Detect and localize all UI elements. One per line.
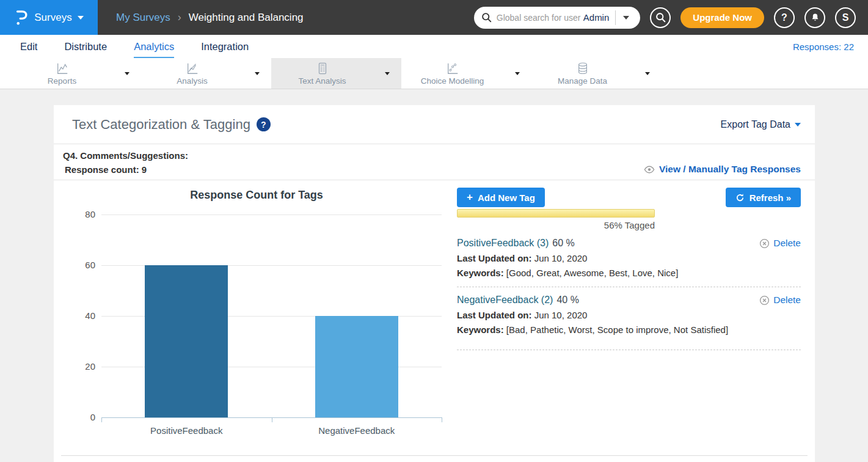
tab-reports[interactable]: Reports	[11, 58, 113, 89]
tab-manage-data-dropdown[interactable]	[633, 58, 662, 89]
refresh-label: Refresh »	[749, 193, 791, 203]
keywords-value: [Bad, Pathetic, Worst, Scope to improve,…	[504, 324, 728, 335]
responses-count[interactable]: Responses: 22	[793, 42, 854, 52]
keywords-label: Keywords:	[457, 268, 504, 278]
tag-item-positive-feedback: PositiveFeedback (3) 60 % Delete Last Up…	[457, 238, 801, 287]
chevron-down-icon	[78, 16, 84, 20]
tab-manage-data[interactable]: Manage Data	[531, 58, 633, 89]
panel-content: Response Count for Tags 020406080Positiv…	[54, 180, 815, 452]
tab-choice-modelling-dropdown[interactable]	[503, 58, 531, 89]
help-question-icon: ?	[781, 12, 787, 23]
x-axis-tick	[272, 417, 272, 422]
notifications-button[interactable]	[804, 7, 825, 28]
last-updated-label: Last Updated on:	[457, 253, 532, 263]
tag-last-updated: Last Updated on: Jun 10, 2020	[457, 310, 801, 320]
x-axis-tick	[442, 417, 442, 422]
tab-analysis-dropdown[interactable]	[243, 58, 271, 89]
tab-group-analysis: Analysis	[141, 58, 271, 89]
global-search: Admin	[474, 7, 641, 29]
last-updated-value: Jun 10, 2020	[532, 253, 588, 263]
view-manually-tag-label: View / Manually Tag Responses	[659, 164, 801, 175]
tag-name-link[interactable]: PositiveFeedback (3)	[457, 238, 549, 249]
divider	[61, 455, 808, 456]
search-input[interactable]	[497, 13, 581, 23]
delete-tag-button[interactable]: Delete	[759, 295, 801, 306]
x-axis-category-label: NegativeFeedback	[272, 425, 442, 436]
upgrade-now-label: Upgrade Now	[693, 12, 752, 23]
x-axis-tick	[101, 417, 102, 422]
tab-text-analysis[interactable]: Text Analysis	[271, 58, 373, 89]
divider	[457, 287, 801, 287]
help-button[interactable]: ?	[774, 7, 795, 28]
y-axis-tick-label: 20	[61, 361, 95, 372]
add-new-tag-button[interactable]: + Add New Tag	[457, 188, 545, 207]
search-scope-admin[interactable]: Admin	[581, 12, 616, 23]
chart-gridline	[101, 215, 442, 215]
delete-label: Delete	[773, 238, 801, 249]
text-categorization-panel: Text Categorization & Tagging ? Export T…	[54, 105, 815, 462]
plus-icon: +	[467, 191, 473, 204]
tag-percent: 40 %	[556, 295, 578, 306]
delete-tag-button[interactable]: Delete	[759, 238, 801, 249]
y-axis-tick-label: 0	[61, 412, 95, 422]
tags-panel: + Add New Tag Refresh » 56% Tagged Posit…	[455, 180, 815, 452]
nav-item-integration[interactable]: Integration	[201, 35, 249, 58]
eye-icon	[644, 166, 655, 174]
export-tag-data-dropdown[interactable]: Export Tag Data	[721, 119, 801, 130]
tag-name-link[interactable]: NegativeFeedback (2)	[457, 295, 553, 306]
tab-choice-modelling[interactable]: Choice Modelling	[401, 58, 503, 89]
tagged-progress-bar	[457, 209, 655, 218]
tagged-progress-label: 56% Tagged	[457, 220, 655, 230]
add-new-tag-label: Add New Tag	[478, 193, 535, 203]
upgrade-now-button[interactable]: Upgrade Now	[680, 7, 764, 28]
tab-text-analysis-dropdown[interactable]	[373, 58, 401, 89]
tab-reports-dropdown[interactable]	[113, 58, 141, 89]
tag-keywords: Keywords: [Good, Great, Awesome, Best, L…	[457, 268, 801, 278]
breadcrumb-current-survey: Weighting and Balancing	[189, 12, 304, 24]
choice-modelling-icon	[446, 62, 459, 75]
nav-item-edit[interactable]: Edit	[20, 35, 37, 58]
tag-row: PositiveFeedback (3) 60 % Delete	[457, 238, 801, 249]
avatar[interactable]: S	[835, 7, 856, 28]
tab-analysis-label: Analysis	[177, 76, 207, 86]
tag-actions-row: + Add New Tag Refresh »	[457, 188, 801, 207]
questionpro-logo-icon	[14, 9, 29, 27]
nav-item-distribute[interactable]: Distribute	[64, 35, 107, 58]
bell-icon	[810, 12, 820, 23]
tab-analysis[interactable]: Analysis	[141, 58, 243, 89]
tag-item-negative-feedback: NegativeFeedback (2) 40 % Delete Last Up…	[457, 295, 801, 350]
delete-label: Delete	[773, 295, 801, 306]
title-help-icon[interactable]: ?	[257, 117, 271, 131]
app-logo-block[interactable]: Surveys	[0, 0, 98, 35]
refresh-icon	[735, 193, 745, 202]
product-name: Surveys	[34, 12, 71, 24]
tag-row: NegativeFeedback (2) 40 % Delete	[457, 295, 801, 306]
tag-keywords: Keywords: [Bad, Pathetic, Worst, Scope t…	[457, 324, 801, 335]
chevron-down-icon	[795, 123, 801, 127]
search-icon	[481, 12, 492, 23]
circled-x-icon	[759, 238, 770, 249]
breadcrumb-separator: ›	[178, 11, 181, 24]
export-tag-data-label: Export Tag Data	[721, 119, 790, 130]
view-manually-tag-link[interactable]: View / Manually Tag Responses	[644, 164, 801, 175]
last-updated-label: Last Updated on:	[457, 310, 532, 320]
tag-last-updated: Last Updated on: Jun 10, 2020	[457, 253, 801, 263]
tab-manage-data-label: Manage Data	[558, 76, 607, 86]
search-button[interactable]	[650, 7, 671, 28]
question-section: Q4. Comments/Suggestions: Response count…	[54, 144, 815, 180]
last-updated-value: Jun 10, 2020	[532, 310, 588, 320]
circled-x-icon	[759, 295, 770, 306]
search-scope-dropdown[interactable]	[616, 7, 636, 29]
keywords-label: Keywords:	[457, 324, 504, 335]
tab-choice-modelling-label: Choice Modelling	[421, 76, 484, 86]
tab-group-reports: Reports	[11, 58, 141, 89]
database-icon	[576, 62, 589, 75]
divider	[457, 350, 801, 350]
refresh-button[interactable]: Refresh »	[726, 188, 801, 207]
y-axis-tick-label: 40	[61, 310, 95, 321]
reports-icon	[56, 62, 69, 75]
analytics-tabs: Reports Analysis Text Analysis Choice Mo…	[0, 58, 868, 89]
breadcrumb-my-surveys[interactable]: My Surveys	[116, 12, 170, 24]
nav-item-analytics[interactable]: Analytics	[134, 35, 174, 58]
tab-group-text-analysis: Text Analysis	[271, 58, 401, 89]
